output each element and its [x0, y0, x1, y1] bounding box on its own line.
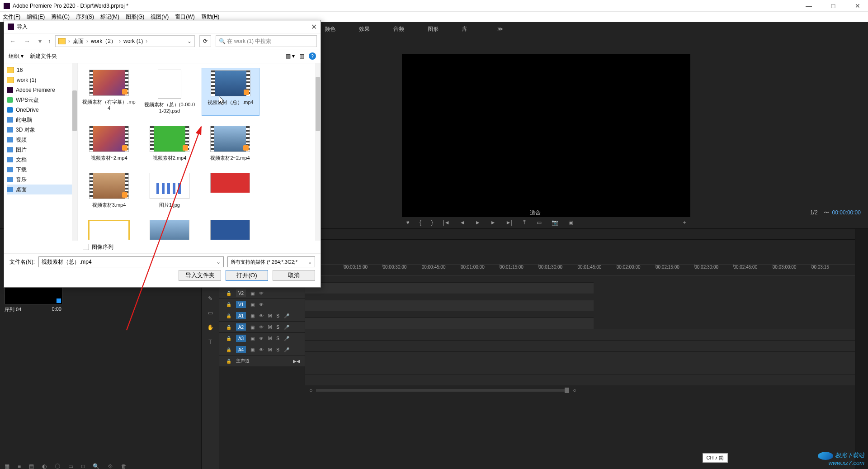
import-folder-button[interactable]: 导入文件夹 — [179, 270, 221, 281]
filter-dropdown[interactable]: 所有支持的媒体 (*.264;*.3G2;* ⌄ — [227, 256, 315, 267]
mic-icon[interactable]: 🎤 — [284, 336, 289, 341]
track-tag[interactable]: A2 — [236, 323, 246, 331]
mute-icon[interactable]: M — [268, 336, 272, 341]
files-scrollbar[interactable] — [315, 63, 321, 241]
file-item[interactable] — [80, 218, 137, 240]
out-icon[interactable]: } — [431, 219, 433, 226]
file-item[interactable] — [202, 171, 259, 193]
tree-item[interactable]: OneDrive — [7, 105, 75, 115]
workspace-tab[interactable]: 图形 — [425, 24, 441, 35]
file-item[interactable]: 视频素材2.mp4 — [141, 124, 198, 163]
track-header[interactable]: 🔒A4▣👁MS🎤 — [219, 344, 305, 355]
solo-icon[interactable]: S — [276, 347, 279, 352]
crumb[interactable]: work（2） — [91, 38, 116, 45]
mute-icon[interactable]: M — [268, 325, 272, 330]
dialog-files[interactable]: 视频素材（有字幕）.mp4视频素材（总）(0-00-01-02).psd视频素材… — [78, 63, 321, 241]
project-footer-icon[interactable]: 🔍 — [93, 463, 99, 469]
zoom-in-icon[interactable]: ○ — [573, 387, 576, 393]
help-icon[interactable]: ? — [309, 52, 316, 60]
lock-icon[interactable]: 🔒 — [226, 313, 231, 318]
program-monitor[interactable] — [402, 54, 690, 217]
lock-icon[interactable]: 🔒 — [226, 347, 231, 352]
timeline-ruler[interactable]: :00:0000:00:15:0000:00:30:0000:00:45:000… — [305, 264, 855, 276]
track-header[interactable]: 🔒V2▣👁 — [219, 287, 305, 298]
track-header[interactable]: 🔒A1▣👁MS🎤 — [219, 310, 305, 321]
view-icon[interactable]: ▥ ▾ — [286, 53, 295, 59]
filename-field[interactable]: 视频素材（总）.mp4 ⌄ — [38, 256, 224, 267]
tree-item[interactable]: 视频 — [7, 135, 75, 145]
toggle-icon[interactable]: ▣ — [250, 313, 255, 318]
project-footer-icon[interactable]: ▤ — [29, 463, 34, 469]
tree-item[interactable]: Adobe Premiere — [7, 85, 75, 95]
file-item[interactable]: 视频素材~2.mp4 — [80, 124, 137, 163]
image-sequence-checkbox[interactable] — [83, 244, 89, 250]
crumb[interactable]: 桌面 — [73, 38, 84, 45]
ime-indicator[interactable]: CH ♪ 简 — [703, 453, 728, 463]
tree-item[interactable]: 图片 — [7, 145, 75, 155]
project-footer-icon[interactable]: 〇 — [55, 463, 60, 469]
timeline-tool[interactable]: ▭ — [206, 309, 214, 317]
project-footer-icon[interactable]: ⯑ — [108, 463, 113, 469]
preview-icon[interactable]: ▥ — [299, 53, 304, 59]
workspace-tab[interactable]: 效果 — [356, 24, 373, 35]
toggle-icon[interactable]: ▣ — [250, 302, 255, 307]
tree-item[interactable]: 桌面 — [7, 185, 75, 194]
eye-icon[interactable]: 👁 — [259, 325, 264, 330]
extract-icon[interactable]: ▭ — [537, 219, 542, 226]
tree-item[interactable]: WPS云盘 — [7, 95, 75, 105]
track-header[interactable]: 🔒V1▣👁 — [219, 298, 305, 310]
project-footer-icon[interactable]: ≡ — [18, 463, 21, 469]
step-fwd-icon[interactable]: ► — [491, 219, 496, 226]
lock-icon[interactable]: 🔒 — [226, 336, 231, 341]
cancel-button[interactable]: 取消 — [273, 270, 315, 281]
tree-item[interactable]: 16 — [7, 65, 75, 75]
toggle-icon[interactable]: ▣ — [250, 347, 255, 352]
mic-icon[interactable]: 🎤 — [284, 347, 289, 352]
program-scale[interactable]: 1/2 — [810, 209, 818, 216]
menu-item[interactable]: 窗口(W) — [175, 13, 194, 21]
goto-out-icon[interactable]: ►| — [505, 219, 512, 226]
close-icon[interactable]: ✕ — [311, 23, 317, 31]
lock-icon[interactable]: 🔒 — [226, 325, 231, 330]
tree-item[interactable]: 下载 — [7, 165, 75, 175]
up-icon[interactable]: ↑ — [48, 38, 51, 44]
track-tag[interactable]: A1 — [236, 312, 246, 319]
track-tag[interactable]: A4 — [236, 346, 246, 353]
dialog-titlebar[interactable]: 导入 ✕ — [4, 20, 321, 33]
timeline-tool[interactable]: T — [206, 338, 214, 346]
program-fit[interactable]: 适合 — [530, 209, 541, 217]
tree-scrollbar[interactable] — [72, 63, 77, 241]
more-icon[interactable]: ≫ — [497, 26, 503, 32]
eye-icon[interactable]: 👁 — [259, 291, 264, 296]
track-lane[interactable] — [305, 363, 855, 374]
mic-icon[interactable]: 🎤 — [284, 325, 289, 330]
track-tag[interactable]: V2 — [236, 289, 246, 297]
file-item[interactable] — [202, 218, 259, 240]
menu-item[interactable]: 图形(G) — [126, 13, 144, 21]
eye-icon[interactable]: 👁 — [259, 302, 264, 307]
project-footer-icon[interactable]: □ — [81, 463, 85, 469]
menu-item[interactable]: 文件(F) — [3, 13, 20, 21]
mute-icon[interactable]: M — [268, 347, 272, 352]
track-lane[interactable] — [305, 329, 855, 340]
compare-icon[interactable]: ▣ — [568, 219, 573, 226]
dialog-tree[interactable]: 16work (1)Adobe PremiereWPS云盘OneDrive此电脑… — [4, 63, 78, 241]
toggle-icon[interactable]: ▣ — [250, 336, 255, 341]
track-lane[interactable] — [305, 351, 855, 363]
mic-icon[interactable]: 🎤 — [284, 313, 289, 318]
track-lane[interactable] — [305, 340, 855, 351]
workspace-tab[interactable]: 音频 — [391, 24, 407, 35]
lock-icon[interactable]: 🔒 — [226, 291, 231, 296]
eye-icon[interactable]: 👁 — [259, 313, 264, 318]
track-header[interactable]: 🔒A3▣👁MS🎤 — [219, 332, 305, 344]
close-button[interactable]: ✕ — [851, 2, 864, 9]
menu-item[interactable]: 帮助(H) — [201, 13, 220, 21]
play-icon[interactable]: ► — [475, 219, 481, 226]
tree-item[interactable]: 3D 对象 — [7, 125, 75, 135]
forward-icon[interactable]: → — [22, 38, 32, 45]
zoom-out-icon[interactable]: ○ — [309, 387, 312, 393]
maximize-button[interactable]: □ — [826, 2, 840, 9]
crumb[interactable]: work (1) — [123, 38, 143, 44]
open-button[interactable]: 打开(O) — [226, 270, 268, 281]
file-item[interactable]: 图片1.jpg — [141, 171, 198, 210]
